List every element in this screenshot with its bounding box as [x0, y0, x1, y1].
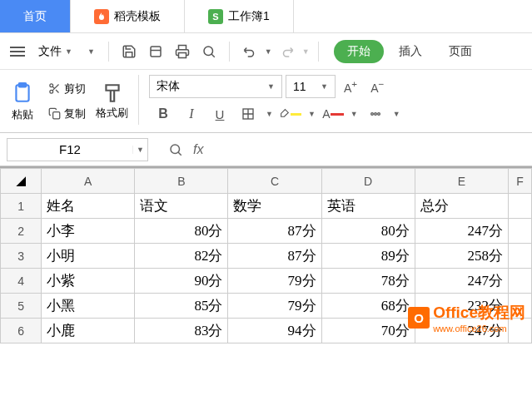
spreadsheet-icon: S [208, 9, 223, 24]
row-header[interactable]: 1 [1, 194, 42, 219]
fx-icon[interactable]: fx [193, 142, 203, 157]
column-header[interactable]: F [508, 169, 531, 194]
cell[interactable]: 85分 [135, 294, 228, 319]
font-name-select[interactable]: 宋体 ▼ [149, 75, 282, 98]
chevron-down-icon[interactable]: ▼ [132, 146, 147, 154]
row-header[interactable]: 5 [1, 294, 42, 319]
bold-button[interactable]: B [152, 103, 174, 125]
select-all-corner[interactable]: ◢ [1, 169, 42, 194]
cell[interactable]: 232分 [415, 294, 508, 319]
cell[interactable] [508, 294, 531, 319]
row-header[interactable]: 6 [1, 319, 42, 343]
tab-workbook[interactable]: S 工作簿1 [185, 0, 294, 32]
ribbon: 粘贴 剪切 复制 格式刷 宋体 ▼ 11 ▼ [0, 70, 532, 133]
svg-rect-4 [19, 83, 27, 86]
cell[interactable]: 79分 [228, 294, 321, 319]
cell[interactable]: 小紫 [42, 269, 135, 294]
svg-rect-0 [151, 47, 161, 57]
column-header[interactable]: C [228, 169, 321, 194]
italic-button[interactable]: I [181, 103, 202, 125]
copy-label: 复制 [64, 106, 86, 121]
cell[interactable]: 87分 [228, 244, 321, 269]
cell[interactable]: 94分 [228, 319, 321, 343]
svg-rect-1 [178, 52, 186, 57]
chevron-down-icon[interactable]: ▼ [302, 47, 310, 56]
redo-icon[interactable] [276, 40, 299, 63]
cell[interactable]: 总分 [415, 194, 508, 219]
cell[interactable]: 82分 [135, 244, 228, 269]
row-header[interactable]: 4 [1, 269, 42, 294]
cell[interactable]: 87分 [228, 219, 321, 244]
cell[interactable]: 小黑 [42, 294, 135, 319]
cell[interactable]: 90分 [135, 269, 228, 294]
decrease-font-button[interactable]: A− [365, 78, 389, 95]
cell[interactable]: 78分 [321, 269, 415, 294]
cell[interactable]: 247分 [415, 269, 508, 294]
row-header[interactable]: 3 [1, 244, 42, 269]
cell[interactable]: 247分 [415, 319, 508, 343]
tab-template[interactable]: 稻壳模板 [71, 0, 185, 32]
cell[interactable]: 语文 [135, 194, 228, 219]
cell[interactable]: 80分 [135, 219, 228, 244]
cell[interactable]: 80分 [321, 219, 415, 244]
hamburger-icon[interactable] [7, 43, 28, 60]
column-header[interactable]: E [415, 169, 508, 194]
cell[interactable] [508, 319, 531, 343]
print-icon[interactable] [171, 40, 194, 63]
cell[interactable]: 258分 [415, 244, 508, 269]
save-as-icon[interactable] [144, 40, 167, 63]
cell[interactable] [508, 244, 531, 269]
paste-button[interactable]: 粘贴 [7, 81, 38, 122]
underline-button[interactable]: U [209, 103, 231, 125]
insert-menu[interactable]: 插入 [387, 44, 434, 59]
cell[interactable]: 70分 [321, 319, 415, 343]
page-menu[interactable]: 页面 [437, 44, 484, 59]
border-button[interactable] [237, 103, 259, 125]
start-button[interactable]: 开始 [334, 40, 384, 63]
font-size-select[interactable]: 11 ▼ [286, 75, 336, 98]
cell[interactable]: 247分 [415, 219, 508, 244]
font-color-button[interactable]: A [322, 103, 344, 125]
name-box-input[interactable] [7, 141, 132, 158]
cell[interactable] [508, 219, 531, 244]
fill-color-button[interactable] [280, 103, 301, 125]
tab-home-label: 首页 [23, 9, 47, 24]
cell[interactable]: 68分 [321, 294, 415, 319]
cell[interactable]: 小李 [42, 219, 135, 244]
cell[interactable]: 83分 [135, 319, 228, 343]
file-menu[interactable]: 文件 ▼ [32, 41, 79, 62]
row-header[interactable]: 2 [1, 219, 42, 244]
formula-input[interactable] [216, 139, 532, 161]
cell[interactable]: 英语 [321, 194, 415, 219]
cell[interactable]: 89分 [321, 244, 415, 269]
tab-home[interactable]: 首页 [0, 0, 71, 32]
cell[interactable]: 79分 [228, 269, 321, 294]
merge-button[interactable] [365, 103, 386, 125]
cell[interactable]: 小鹿 [42, 319, 135, 343]
cell[interactable] [508, 269, 531, 294]
print-preview-icon[interactable] [197, 40, 221, 63]
chevron-down-icon[interactable]: ▼ [265, 47, 272, 56]
column-header[interactable]: D [321, 169, 415, 194]
save-icon[interactable] [117, 40, 141, 63]
undo-icon[interactable] [238, 40, 261, 63]
increase-font-button[interactable]: A+ [339, 78, 362, 95]
cut-button[interactable]: 剪切 [45, 80, 89, 98]
cell[interactable]: 小明 [42, 244, 135, 269]
spreadsheet: ◢ A B C D E F 1 姓名 语文 数学 英语 总分 2 小李 80分 … [0, 166, 532, 343]
column-header[interactable]: B [135, 169, 228, 194]
chevron-down-icon[interactable]: ▼ [82, 47, 100, 56]
chevron-down-icon[interactable]: ▼ [308, 110, 316, 118]
chevron-down-icon[interactable]: ▼ [351, 110, 358, 118]
cell[interactable]: 数学 [228, 194, 321, 219]
copy-button[interactable]: 复制 [45, 105, 89, 123]
format-painter-button[interactable]: 格式刷 [96, 82, 128, 121]
cell[interactable] [508, 194, 531, 219]
search-icon[interactable] [168, 142, 183, 157]
cell[interactable]: 姓名 [42, 194, 135, 219]
name-box[interactable]: ▼ [7, 138, 148, 161]
svg-point-9 [374, 113, 376, 116]
column-header[interactable]: A [42, 169, 135, 194]
chevron-down-icon[interactable]: ▼ [393, 110, 400, 118]
chevron-down-icon[interactable]: ▼ [266, 110, 273, 118]
